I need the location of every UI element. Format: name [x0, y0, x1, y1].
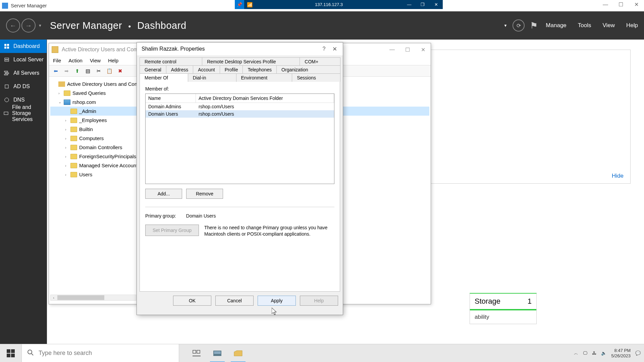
- nav-back-button[interactable]: ←: [6, 18, 20, 33]
- svg-rect-19: [197, 350, 200, 353]
- clock-time: 8:47 PM: [611, 348, 631, 353]
- svg-rect-2: [4, 47, 6, 49]
- server-manager-icon: [2, 3, 8, 9]
- tray-chevron-up-icon[interactable]: ︿: [574, 350, 578, 356]
- aduc-menu-view[interactable]: View: [90, 58, 101, 63]
- add-button[interactable]: Add...: [145, 189, 182, 199]
- scroll-thumb[interactable]: [57, 295, 104, 300]
- aduc-close-icon[interactable]: ✕: [415, 44, 431, 55]
- tab-address[interactable]: Address: [166, 65, 193, 74]
- aduc-menu-action[interactable]: Action: [68, 58, 83, 63]
- tray-notifications-icon[interactable]: 💬: [635, 351, 641, 356]
- apply-button[interactable]: Apply: [258, 296, 296, 306]
- start-button[interactable]: [0, 344, 21, 362]
- taskbar-search[interactable]: [21, 344, 179, 362]
- remove-button[interactable]: Remove: [186, 189, 223, 199]
- tab-rds-profile[interactable]: Remote Desktop Services Profile: [202, 57, 300, 66]
- aduc-minimize-icon[interactable]: —: [384, 44, 400, 55]
- sidebar-item-file-storage[interactable]: File and Storage Services: [0, 107, 47, 120]
- taskbar: ︿ 🖵 🖧 🔈 8:47 PM 5/26/2023 💬: [0, 344, 644, 362]
- sidebar-item-local-server[interactable]: Local Server: [0, 53, 47, 66]
- search-icon: [27, 349, 34, 357]
- sidebar-label: Dashboard: [13, 43, 40, 49]
- svg-rect-5: [5, 60, 9, 61]
- tab-remote-control[interactable]: Remote control: [140, 57, 202, 66]
- svg-rect-9: [5, 85, 8, 88]
- aduc-horizontal-scrollbar[interactable]: ‹: [50, 295, 136, 301]
- tab-general[interactable]: General: [140, 65, 166, 74]
- host-close-icon[interactable]: ✕: [629, 0, 644, 9]
- svg-rect-14: [7, 354, 10, 357]
- aduc-menu-help[interactable]: Help: [108, 58, 118, 63]
- tab-telephones[interactable]: Telephones: [243, 65, 277, 74]
- host-minimize-icon[interactable]: —: [598, 0, 613, 9]
- toolbar-copy-icon[interactable]: 📋: [105, 66, 114, 76]
- minimize-icon[interactable]: —: [402, 0, 416, 9]
- toolbar-cut-icon[interactable]: ✂: [94, 66, 103, 76]
- tab-dial-in[interactable]: Dial-in: [188, 73, 236, 82]
- column-name[interactable]: Name: [146, 94, 196, 103]
- member-of-list[interactable]: Name Active Directory Domain Services Fo…: [145, 94, 334, 184]
- member-row[interactable]: Domain Admins rshop.com/Users: [146, 103, 334, 110]
- toolbar-properties-icon[interactable]: ▤: [83, 66, 93, 76]
- task-view-button[interactable]: [187, 344, 206, 362]
- hide-link[interactable]: Hide: [612, 173, 624, 179]
- tab-sessions[interactable]: Sessions: [292, 73, 340, 82]
- menu-tools[interactable]: Tools: [578, 22, 591, 29]
- taskbar-apps: [179, 344, 248, 362]
- sidebar-item-all-servers[interactable]: All Servers: [0, 66, 47, 80]
- search-input[interactable]: [39, 350, 179, 357]
- menu-manage[interactable]: Manage: [546, 22, 566, 29]
- restore-icon[interactable]: ❐: [416, 0, 429, 9]
- tray-volume-icon[interactable]: 🔈: [601, 351, 606, 356]
- tray-network-icon[interactable]: 🖧: [592, 351, 596, 356]
- menu-view[interactable]: View: [602, 22, 615, 29]
- tab-organization[interactable]: Organization: [276, 65, 340, 74]
- member-of-label: Member of:: [145, 86, 334, 92]
- storage-tile[interactable]: Storage 1 ability: [470, 293, 537, 324]
- cancel-button[interactable]: Cancel: [215, 296, 254, 306]
- nav-forward-button[interactable]: →: [21, 18, 36, 33]
- sidebar-item-adds[interactable]: AD DS: [0, 80, 47, 93]
- host-window-controls: — ☐ ✕: [598, 0, 644, 9]
- svg-rect-4: [5, 58, 9, 59]
- scroll-left-icon[interactable]: ‹: [51, 296, 57, 300]
- menu-help[interactable]: Help: [626, 22, 638, 29]
- taskbar-aduc[interactable]: [229, 344, 248, 362]
- props-help-icon[interactable]: ?: [319, 46, 329, 52]
- sidebar-item-dashboard[interactable]: Dashboard: [0, 40, 47, 53]
- refresh-button[interactable]: ⟳: [513, 19, 525, 32]
- svg-rect-22: [214, 351, 221, 354]
- svg-point-10: [5, 98, 9, 102]
- signal-icon: 📶: [244, 2, 255, 7]
- nav-dropdown-icon[interactable]: ▼: [38, 23, 42, 27]
- breadcrumb-root[interactable]: Server Manager: [50, 20, 122, 31]
- taskbar-server-manager[interactable]: [208, 344, 227, 362]
- toolbar-back-icon[interactable]: ⬅: [51, 66, 60, 76]
- member-row[interactable]: Domain Users rshop.com/Users: [146, 110, 334, 118]
- tab-complus[interactable]: COM+: [300, 57, 340, 66]
- aduc-maximize-icon[interactable]: ☐: [400, 44, 415, 55]
- header-dropdown-icon[interactable]: ▼: [503, 23, 507, 27]
- taskbar-clock[interactable]: 8:47 PM 5/26/2023: [611, 348, 631, 358]
- host-maximize-icon[interactable]: ☐: [613, 0, 629, 9]
- pin-icon[interactable]: 📌: [235, 0, 244, 9]
- column-folder[interactable]: Active Directory Domain Services Folder: [196, 94, 334, 103]
- tab-environment[interactable]: Environment: [236, 73, 292, 82]
- toolbar-forward-icon[interactable]: ➡: [62, 66, 71, 76]
- toolbar-up-icon[interactable]: ⬆: [72, 66, 82, 76]
- tab-account[interactable]: Account: [193, 65, 220, 74]
- props-close-icon[interactable]: ✕: [329, 46, 340, 53]
- ok-button[interactable]: OK: [173, 296, 211, 306]
- tray-display-icon[interactable]: 🖵: [583, 351, 587, 356]
- notifications-flag-icon[interactable]: ⚑: [530, 20, 538, 31]
- sm-window-title: Server Manager: [11, 3, 47, 8]
- svg-rect-13: [11, 349, 15, 353]
- help-button: Help: [300, 296, 338, 306]
- close-icon[interactable]: ✕: [429, 0, 443, 9]
- toolbar-delete-icon[interactable]: ✖: [115, 66, 125, 76]
- aduc-menu-file[interactable]: File: [53, 58, 61, 63]
- tab-member-of[interactable]: Member Of: [140, 73, 188, 82]
- breadcrumb-separator: •: [128, 22, 131, 31]
- tab-profile[interactable]: Profile: [220, 65, 243, 74]
